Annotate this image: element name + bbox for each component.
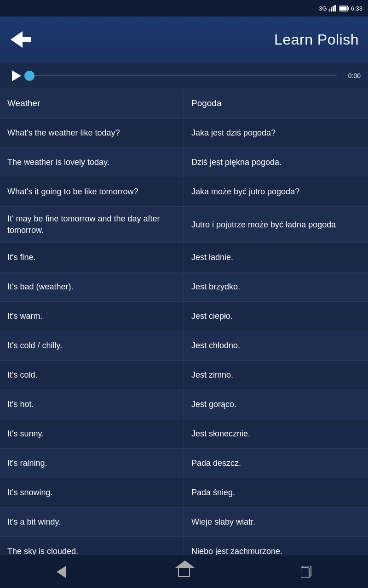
svg-rect-6	[339, 6, 346, 10]
table-row[interactable]: It's sunny.Jest słonecznie.	[0, 419, 368, 449]
table-row[interactable]: It's a bit windy.Wieje słaby wiatr.	[0, 508, 368, 537]
progress-bar[interactable]	[29, 75, 337, 76]
polish-cell: Jest zimno.	[184, 361, 368, 390]
signal-indicator: 3G	[319, 5, 327, 12]
nav-back-icon	[57, 566, 66, 578]
battery-icon	[339, 6, 349, 11]
english-cell: The weather is lovely today.	[0, 148, 184, 177]
polish-cell: Jest ciepło.	[184, 302, 368, 331]
audio-player: 0:00	[0, 62, 368, 89]
back-arrow-icon	[11, 31, 31, 48]
english-cell: It's raining.	[0, 449, 184, 478]
progress-track	[29, 75, 337, 76]
english-cell: What's it going to be like tomorrow?	[0, 177, 184, 206]
vocab-table: WeatherPogodaWhat's the weather like tod…	[0, 89, 368, 555]
english-cell: It' may be fine tomorrow and the day aft…	[0, 207, 184, 243]
nav-recents-icon	[301, 566, 313, 578]
nav-home-button[interactable]	[166, 561, 202, 583]
svg-rect-2	[333, 6, 334, 11]
polish-cell: Jest gorąco.	[184, 390, 368, 419]
svg-marker-7	[11, 31, 31, 48]
polish-cell: Jaka jest dziś pogoda?	[184, 119, 368, 147]
english-cell: It's fine.	[0, 243, 184, 272]
english-cell: It's bad (weather).	[0, 272, 184, 301]
polish-cell: Jest słonecznie.	[184, 419, 368, 448]
svg-rect-0	[329, 9, 330, 11]
polish-cell: Jest ładnie.	[184, 243, 368, 272]
app-header: Learn Polish	[0, 17, 368, 62]
polish-cell: Jaka może być jutro pogoda?	[184, 177, 368, 206]
status-bar: 3G 6:33	[0, 0, 368, 17]
time-display: 0:00	[342, 72, 361, 79]
table-row[interactable]: WeatherPogoda	[0, 89, 368, 119]
clock: 6:33	[351, 5, 362, 12]
table-row[interactable]: It's raining.Pada deszcz.	[0, 449, 368, 478]
polish-cell: Pogoda	[184, 89, 368, 118]
polish-cell: Pada deszcz.	[184, 449, 368, 478]
play-triangle-icon	[12, 70, 21, 81]
svg-rect-1	[331, 7, 332, 11]
nav-back-button[interactable]	[43, 561, 80, 583]
english-cell: It's a bit windy.	[0, 508, 184, 537]
polish-cell: Pada śnieg.	[184, 478, 368, 507]
table-row[interactable]: It's cold.Jest zimno.	[0, 361, 368, 390]
polish-cell: Jest brzydko.	[184, 272, 368, 301]
english-cell: It's warm.	[0, 302, 184, 331]
svg-rect-3	[334, 5, 336, 11]
signal-bars-icon	[329, 5, 337, 11]
english-cell: The sky is clouded.	[0, 537, 184, 555]
table-row[interactable]: What's the weather like today?Jaka jest …	[0, 119, 368, 148]
polish-cell: Wieje słaby wiatr.	[184, 508, 368, 537]
polish-cell: Niebo jest zachmurzone.	[184, 537, 368, 555]
svg-rect-9	[301, 568, 309, 578]
table-row[interactable]: It's bad (weather).Jest brzydko.	[0, 272, 368, 302]
english-cell: It's snowing.	[0, 478, 184, 507]
table-row[interactable]: It's warm.Jest ciepło.	[0, 302, 368, 331]
nav-recents-button[interactable]	[288, 561, 325, 583]
table-row[interactable]: It' may be fine tomorrow and the day aft…	[0, 207, 368, 243]
play-button[interactable]	[7, 68, 24, 84]
english-cell: It's cold.	[0, 361, 184, 390]
table-row[interactable]: It's cold / chilly.Jest chłodno.	[0, 331, 368, 361]
back-button[interactable]	[9, 28, 32, 51]
english-cell: Weather	[0, 89, 184, 118]
table-row[interactable]: The weather is lovely today.Dziś jest pi…	[0, 148, 368, 177]
table-row[interactable]: The sky is clouded.Niebo jest zachmurzon…	[0, 537, 368, 555]
page-title: Learn Polish	[32, 31, 359, 48]
table-row[interactable]: It's hot.Jest gorąco.	[0, 390, 368, 419]
english-cell: It's sunny.	[0, 419, 184, 448]
nav-home-icon	[178, 567, 190, 577]
polish-cell: Dziś jest piękna pogoda.	[184, 148, 368, 177]
bottom-nav	[0, 555, 368, 588]
english-cell: What's the weather like today?	[0, 119, 184, 147]
status-icons: 3G 6:33	[319, 5, 362, 12]
english-cell: It's hot.	[0, 390, 184, 419]
polish-cell: Jest chłodno.	[184, 331, 368, 360]
english-cell: It's cold / chilly.	[0, 331, 184, 360]
table-row[interactable]: It's fine.Jest ładnie.	[0, 243, 368, 272]
progress-handle[interactable]	[24, 71, 34, 81]
table-row[interactable]: What's it going to be like tomorrow?Jaka…	[0, 177, 368, 207]
svg-rect-5	[348, 7, 349, 10]
table-row[interactable]: It's snowing.Pada śnieg.	[0, 478, 368, 508]
polish-cell: Jutro i pojutrze może być ładna pogoda	[184, 207, 368, 243]
